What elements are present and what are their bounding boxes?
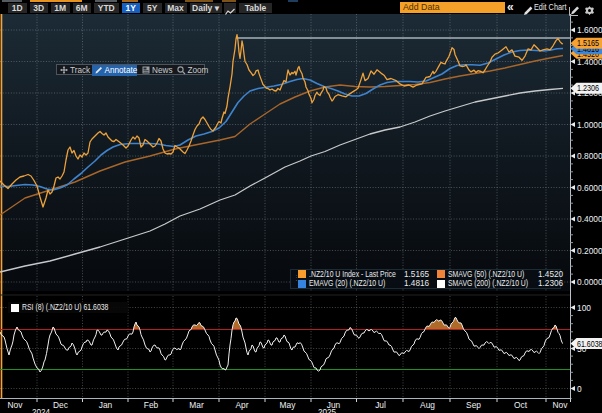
svg-text:0.4000: 0.4000 — [577, 214, 602, 224]
svg-text:0.0000: 0.0000 — [577, 277, 602, 287]
svg-text:Sep: Sep — [466, 400, 481, 410]
svg-text:May: May — [280, 400, 297, 410]
svg-text:1.6000: 1.6000 — [577, 25, 602, 35]
svg-text:0.6000: 0.6000 — [577, 183, 602, 193]
svg-text:Oct: Oct — [514, 400, 528, 410]
svg-text:2024: 2024 — [32, 408, 51, 413]
svg-text:Dec: Dec — [53, 400, 68, 410]
svg-text:0.8000: 0.8000 — [577, 151, 602, 161]
svg-text:Nov: Nov — [553, 400, 569, 410]
svg-text:100: 100 — [577, 303, 591, 313]
svg-text:Jul: Jul — [375, 400, 386, 410]
svg-text:Aug: Aug — [420, 400, 435, 410]
svg-text:Apr: Apr — [235, 400, 248, 410]
svg-text:61.6038: 61.6038 — [577, 339, 602, 349]
svg-text:1.0000: 1.0000 — [577, 120, 602, 130]
svg-text:Mar: Mar — [189, 400, 204, 410]
svg-text:Feb: Feb — [144, 400, 159, 410]
svg-text:2025: 2025 — [318, 408, 337, 413]
svg-text:Nov: Nov — [8, 400, 24, 410]
svg-text:0: 0 — [577, 384, 582, 394]
svg-text:1.2306: 1.2306 — [577, 83, 599, 93]
svg-text:Jan: Jan — [99, 400, 113, 410]
svg-text:0.2000: 0.2000 — [577, 246, 602, 256]
svg-text:1.5165: 1.5165 — [577, 38, 599, 48]
